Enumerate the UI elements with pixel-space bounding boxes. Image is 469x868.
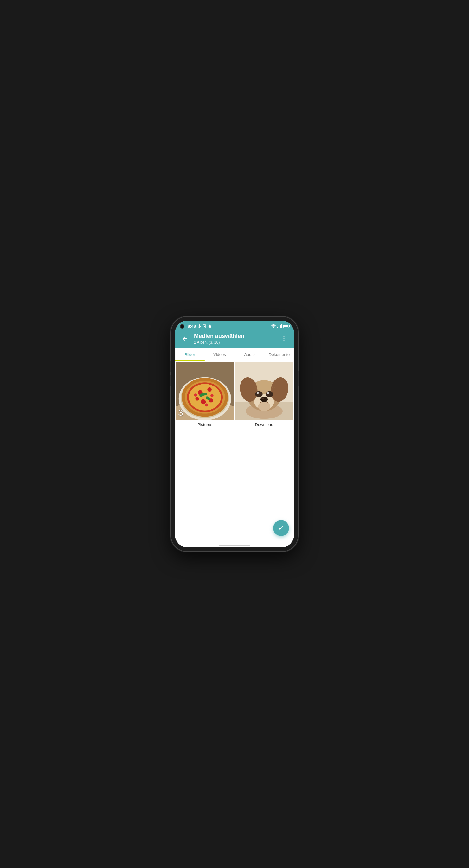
svg-point-27 <box>205 403 208 406</box>
status-time: 8:48 <box>187 324 196 329</box>
home-bar[interactable] <box>219 545 250 546</box>
app-bar-title: Medien auswählen <box>194 333 275 340</box>
svg-rect-0 <box>199 324 200 327</box>
album-count-pictures: 3 <box>178 408 183 418</box>
album-pictures[interactable]: 3 Pictures <box>176 362 234 428</box>
phone-frame: 8:48 <box>171 317 298 551</box>
album-thumbnail-download <box>235 362 293 421</box>
status-left: 8:48 <box>180 324 212 329</box>
svg-rect-4 <box>204 326 205 327</box>
app-bar-subtitle: 2 Alben, (3, 20) <box>194 340 275 345</box>
tabs-container: Bilder Videos Audio Dokumente <box>175 348 294 361</box>
app-bar: Medien auswählen 2 Alben, (3, 20) <box>175 331 294 348</box>
sim-icon <box>203 324 206 328</box>
wifi-icon <box>271 324 276 328</box>
dog-image <box>235 362 293 421</box>
more-menu-button[interactable] <box>279 334 289 344</box>
tab-dokumente[interactable]: Dokumente <box>264 348 294 361</box>
svg-point-42 <box>258 402 270 411</box>
app-bar-title-area: Medien auswählen 2 Alben, (3, 20) <box>194 333 275 345</box>
volume-down-button[interactable] <box>170 375 171 386</box>
svg-point-19 <box>201 399 206 404</box>
svg-point-7 <box>284 338 285 339</box>
settings-icon <box>208 324 212 328</box>
home-indicator <box>175 542 294 548</box>
status-right <box>271 324 289 328</box>
album-thumbnail-pictures: 3 <box>176 362 234 421</box>
phone-screen: 8:48 <box>175 320 294 548</box>
gallery-area: 3 Pictures <box>175 361 294 542</box>
svg-point-26 <box>210 394 213 397</box>
svg-point-16 <box>189 384 221 410</box>
pizza-image <box>176 362 234 421</box>
album-label-pictures: Pictures <box>176 421 234 428</box>
svg-point-40 <box>261 397 268 402</box>
svg-point-36 <box>255 391 262 397</box>
svg-point-6 <box>284 336 285 337</box>
mic-icon <box>198 324 201 328</box>
power-button[interactable] <box>298 371 299 386</box>
svg-point-18 <box>207 387 212 392</box>
svg-point-38 <box>257 392 259 394</box>
svg-point-21 <box>195 397 199 401</box>
tab-bilder[interactable]: Bilder <box>175 348 205 361</box>
svg-point-37 <box>266 391 273 397</box>
album-download[interactable]: Download <box>235 362 293 428</box>
signal-icon <box>277 324 282 328</box>
confirm-fab[interactable]: ✓ <box>273 520 289 536</box>
album-label-download: Download <box>235 421 293 428</box>
volume-up-button[interactable] <box>170 361 171 372</box>
svg-point-8 <box>284 340 285 341</box>
svg-point-25 <box>194 394 197 397</box>
albums-grid: 3 Pictures <box>175 361 294 429</box>
svg-point-41 <box>262 398 264 400</box>
svg-point-39 <box>267 392 269 394</box>
tab-audio[interactable]: Audio <box>235 348 264 361</box>
tab-videos[interactable]: Videos <box>205 348 235 361</box>
status-bar: 8:48 <box>175 320 294 331</box>
battery-icon <box>283 325 289 328</box>
check-icon: ✓ <box>278 524 284 532</box>
front-camera <box>180 324 184 329</box>
back-button[interactable] <box>180 334 190 344</box>
